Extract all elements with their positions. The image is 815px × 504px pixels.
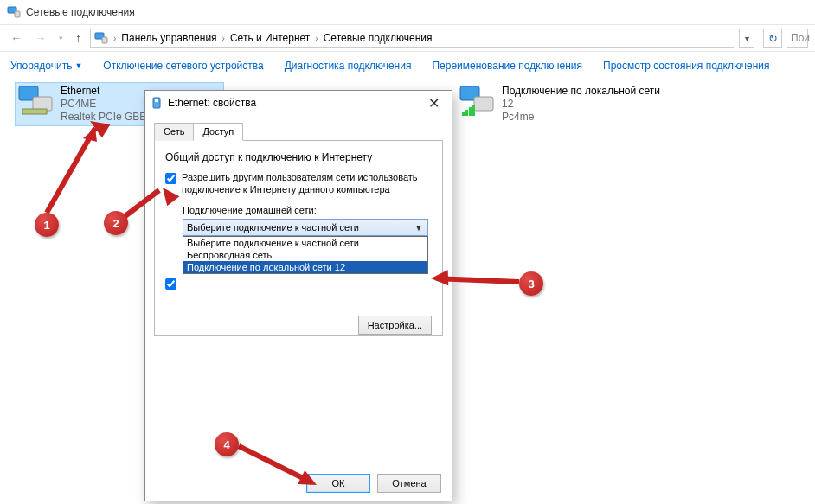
organize-menu[interactable]: Упорядочить ▼	[10, 60, 82, 72]
annotation-badge-4: 4	[215, 432, 239, 456]
connection-name: Ethernet	[61, 85, 146, 98]
access-panel: Общий доступ к подключению к Интернету Р…	[154, 141, 443, 336]
refresh-button[interactable]: ↻	[763, 29, 782, 48]
dialog-body: Сеть Доступ Общий доступ к подключению к…	[145, 115, 452, 466]
home-network-select[interactable]: Выберите подключение к частной сети ▼	[183, 219, 428, 236]
breadcrumb-item[interactable]: Панель управления	[119, 32, 218, 44]
svg-rect-1	[15, 11, 20, 17]
chevron-right-icon: ›	[313, 34, 319, 43]
connection-adapter: Realtek PCIe GBE	[61, 111, 146, 124]
cmd-label: Упорядочить	[10, 60, 72, 72]
connection-domain: PC4ME	[61, 98, 146, 111]
cancel-button[interactable]: Отмена	[377, 474, 441, 493]
svg-rect-13	[153, 98, 160, 108]
annotation-badge-2: 2	[104, 211, 128, 235]
home-network-label: Подключение домашней сети:	[183, 205, 432, 215]
secondary-checkbox[interactable]	[165, 278, 432, 290]
chevron-right-icon: ›	[221, 34, 227, 43]
svg-rect-8	[474, 97, 493, 111]
recent-locations[interactable]: ▾	[55, 32, 67, 44]
ethernet-icon	[151, 97, 163, 109]
nav-bar: ← → ▾ ↑ › Панель управления › Сеть и Инт…	[0, 24, 815, 52]
ok-button[interactable]: ОК	[306, 474, 370, 493]
up-button[interactable]: ↑	[72, 29, 85, 47]
secondary-checkbox-input[interactable]	[165, 278, 176, 290]
svg-rect-10	[465, 110, 468, 116]
dialog-title: Ethernet: свойства	[168, 97, 421, 109]
tab-network[interactable]: Сеть	[154, 123, 194, 141]
location-icon	[94, 31, 108, 45]
window-titlebar: Сетевые подключения	[0, 0, 815, 24]
diagnose-cmd[interactable]: Диагностика подключения	[285, 60, 412, 72]
dialog-footer: ОК Отмена	[145, 466, 452, 501]
search-placeholder: Пои	[791, 32, 810, 44]
close-button[interactable]: ✕	[421, 95, 446, 112]
connection-line2: 12	[502, 98, 660, 111]
chevron-down-icon: ▼	[413, 222, 425, 234]
annotation-badge-1: 1	[35, 213, 59, 237]
svg-rect-11	[469, 107, 472, 116]
dropdown-option-selected[interactable]: Подключение по локальной сети 12	[183, 261, 427, 273]
network-connections-icon	[7, 5, 21, 19]
svg-rect-6	[22, 109, 47, 114]
svg-rect-12	[472, 105, 475, 116]
annotation-arrow-1	[35, 112, 112, 216]
select-value: Выберите подключение к частной сети	[187, 222, 359, 233]
connections-pane: Ethernet PC4ME Realtek PCIe GBE Подключе…	[0, 80, 815, 90]
svg-rect-9	[462, 112, 465, 116]
dropdown-option[interactable]: Выберите подключение к частной сети	[183, 237, 427, 249]
breadcrumb-item[interactable]: Сетевые подключения	[322, 32, 434, 44]
connection-item-lan[interactable]: Подключение по локальной сети 12 Pc4me	[459, 85, 666, 124]
connection-line3: Pc4me	[502, 111, 660, 124]
connection-name: Подключение по локальной сети	[502, 85, 660, 98]
disable-device-cmd[interactable]: Отключение сетевого устройства	[103, 60, 263, 72]
chevron-right-icon: ›	[112, 34, 118, 43]
allow-sharing-checkbox[interactable]: Разрешить другим пользователям сети испо…	[165, 172, 432, 196]
dialog-titlebar[interactable]: Ethernet: свойства ✕	[145, 91, 452, 115]
svg-marker-15	[83, 128, 97, 142]
allow-sharing-text: Разрешить другим пользователям сети испо…	[182, 172, 432, 196]
svg-rect-3	[102, 37, 107, 43]
tabstrip: Сеть Доступ	[154, 122, 443, 141]
chevron-down-icon: ▼	[74, 61, 82, 70]
home-network-dropdown[interactable]: Выберите подключение к частной сети Бесп…	[183, 236, 428, 274]
ethernet-adapter-icon	[17, 85, 54, 118]
window-title: Сетевые подключения	[26, 6, 135, 18]
dropdown-option[interactable]: Беспроводная сеть	[183, 249, 427, 261]
breadcrumb[interactable]: › Панель управления › Сеть и Интернет › …	[90, 29, 734, 48]
annotation-badge-3: 3	[519, 271, 543, 296]
tab-access[interactable]: Доступ	[193, 123, 243, 141]
rename-cmd[interactable]: Переименование подключения	[432, 60, 582, 72]
forward-button[interactable]: →	[31, 29, 50, 47]
properties-dialog: Ethernet: свойства ✕ Сеть Доступ Общий д…	[144, 90, 452, 501]
command-bar: Упорядочить ▼ Отключение сетевого устрой…	[0, 52, 815, 80]
breadcrumb-dropdown[interactable]: ▾	[739, 29, 754, 48]
search-input[interactable]: Пои	[787, 29, 808, 48]
back-button[interactable]: ←	[7, 29, 26, 47]
allow-sharing-input[interactable]	[165, 173, 176, 184]
status-cmd[interactable]: Просмотр состояния подключения	[603, 60, 769, 72]
svg-rect-14	[155, 99, 158, 102]
settings-button[interactable]: Настройка...	[358, 316, 432, 335]
breadcrumb-item[interactable]: Сеть и Интернет	[228, 32, 311, 44]
lan-adapter-icon	[459, 85, 495, 118]
ics-group-label: Общий доступ к подключению к Интернету	[165, 151, 432, 163]
